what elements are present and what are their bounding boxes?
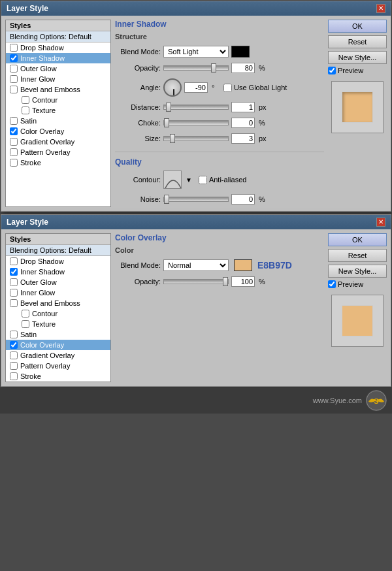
- cb-drop-shadow-1[interactable]: [10, 44, 18, 52]
- global-light-label-1[interactable]: Use Global Light: [223, 84, 287, 92]
- cb-inner-shadow-1[interactable]: [10, 54, 18, 62]
- blend-options-2[interactable]: Blending Options: Default: [6, 245, 110, 256]
- style-inner-glow-1[interactable]: Inner Glow: [6, 74, 110, 84]
- style-pattern-overlay-2[interactable]: Pattern Overlay: [6, 361, 110, 371]
- cb-drop-shadow-2[interactable]: [10, 257, 18, 265]
- style-inner-shadow-1[interactable]: Inner Shadow: [6, 53, 110, 63]
- choke-input-1[interactable]: [231, 118, 255, 128]
- style-contour-1[interactable]: Contour: [6, 95, 110, 105]
- close-button-2[interactable]: ✕: [376, 218, 385, 227]
- ok-button-2[interactable]: OK: [328, 233, 387, 246]
- cb-texture-1[interactable]: [22, 106, 29, 114]
- dialog-title-2: Layer Style: [7, 218, 48, 227]
- cb-pattern-overlay-1[interactable]: [10, 148, 18, 156]
- style-drop-shadow-1[interactable]: Drop Shadow: [6, 42, 110, 53]
- blend-mode-select-2[interactable]: Normal Multiply Screen: [163, 259, 229, 271]
- opacity-input-1[interactable]: [231, 63, 255, 73]
- contour-thumb-1[interactable]: [163, 171, 182, 189]
- reset-button-2[interactable]: Reset: [328, 249, 387, 262]
- style-outer-glow-2[interactable]: Outer Glow: [6, 277, 110, 287]
- cb-pattern-overlay-2[interactable]: [10, 362, 18, 370]
- ok-button-1[interactable]: OK: [328, 20, 387, 33]
- svg-text:S: S: [374, 397, 378, 405]
- cb-bevel-emboss-2[interactable]: [10, 299, 18, 307]
- style-inner-glow-2[interactable]: Inner Glow: [6, 287, 110, 298]
- contour-dropdown-arrow-1[interactable]: ▼: [186, 176, 192, 184]
- cb-inner-shadow-2[interactable]: [10, 268, 18, 276]
- style-bevel-emboss-1[interactable]: Bevel and Emboss: [6, 84, 110, 95]
- cb-inner-glow-2[interactable]: [10, 289, 18, 297]
- anti-alias-label-1[interactable]: Anti-aliased: [199, 176, 246, 184]
- preview-swatch-1: [342, 91, 373, 123]
- global-light-cb-1[interactable]: [223, 84, 232, 92]
- angle-unit-1: °: [212, 84, 221, 91]
- style-inner-shadow-2[interactable]: Inner Shadow: [6, 267, 110, 277]
- style-pattern-overlay-1[interactable]: Pattern Overlay: [6, 147, 110, 157]
- blend-color-swatch-1[interactable]: [231, 46, 250, 57]
- style-contour-2[interactable]: Contour: [6, 308, 110, 319]
- cb-stroke-2[interactable]: [10, 372, 18, 380]
- cb-texture-2[interactable]: [22, 320, 29, 328]
- cb-gradient-overlay-2[interactable]: [10, 351, 18, 359]
- cb-satin-1[interactable]: [10, 117, 18, 125]
- opacity-slider-1[interactable]: [163, 65, 229, 71]
- size-slider-1[interactable]: [163, 136, 229, 141]
- quality-title-1: Quality: [115, 157, 324, 167]
- styles-label-1: Styles: [6, 20, 110, 31]
- anti-alias-cb-1[interactable]: [199, 176, 207, 184]
- style-outer-glow-1[interactable]: Outer Glow: [6, 63, 110, 74]
- style-color-overlay-1[interactable]: Color Overlay: [6, 126, 110, 137]
- new-style-button-1[interactable]: New Style...: [328, 51, 387, 64]
- blend-mode-select-1[interactable]: Soft Light Normal Multiply: [163, 46, 229, 57]
- noise-input-1[interactable]: [231, 194, 255, 204]
- preview-checkbox-2[interactable]: [328, 280, 336, 288]
- watermark-bar: www.Syue.com S: [0, 387, 392, 414]
- cb-color-overlay-1[interactable]: [10, 127, 18, 135]
- cb-gradient-overlay-1[interactable]: [10, 138, 18, 146]
- cb-outer-glow-2[interactable]: [10, 278, 18, 286]
- style-satin-1[interactable]: Satin: [6, 116, 110, 126]
- section-subtitle-2: Color: [115, 246, 324, 254]
- choke-unit-1: %: [259, 119, 268, 127]
- style-texture-2[interactable]: Texture: [6, 319, 110, 329]
- cb-bevel-emboss-1[interactable]: [10, 86, 18, 93]
- cb-outer-glow-1[interactable]: [10, 65, 18, 73]
- section-title-2: Color Overlay: [115, 233, 324, 242]
- size-input-1[interactable]: [231, 133, 255, 144]
- preview-checkbox-1[interactable]: [328, 67, 336, 74]
- angle-input-1[interactable]: [184, 82, 208, 93]
- cb-contour-1[interactable]: [22, 96, 29, 104]
- style-stroke-2[interactable]: Stroke: [6, 371, 110, 382]
- blend-options-1[interactable]: Blending Options: Default: [6, 31, 110, 42]
- reset-button-1[interactable]: Reset: [328, 35, 387, 48]
- distance-slider-1[interactable]: [163, 105, 229, 110]
- cb-inner-glow-1[interactable]: [10, 75, 18, 83]
- cb-stroke-1[interactable]: [10, 159, 18, 167]
- cb-satin-2[interactable]: [10, 331, 18, 338]
- style-drop-shadow-2[interactable]: Drop Shadow: [6, 256, 110, 267]
- new-style-button-2[interactable]: New Style...: [328, 265, 387, 278]
- styles-label-2: Styles: [6, 234, 110, 245]
- style-gradient-overlay-2[interactable]: Gradient Overlay: [6, 350, 110, 361]
- size-unit-1: px: [259, 135, 268, 142]
- cb-contour-2[interactable]: [22, 310, 29, 318]
- distance-input-1[interactable]: [231, 102, 255, 112]
- styles-panel-1: Styles Blending Options: Default Drop Sh…: [5, 20, 111, 207]
- angle-dial-1[interactable]: [163, 78, 182, 97]
- choke-row-1: Choke: %: [115, 118, 324, 128]
- style-color-overlay-2[interactable]: Color Overlay: [6, 340, 110, 350]
- cb-color-overlay-2[interactable]: [10, 341, 18, 349]
- opacity-input-2[interactable]: [231, 276, 255, 287]
- preview-label-row-2: Preview: [328, 280, 387, 288]
- close-button-1[interactable]: ✕: [376, 4, 385, 13]
- style-bevel-emboss-2[interactable]: Bevel and Emboss: [6, 298, 110, 308]
- choke-label-1: Choke:: [115, 119, 161, 127]
- style-gradient-overlay-1[interactable]: Gradient Overlay: [6, 137, 110, 147]
- style-stroke-1[interactable]: Stroke: [6, 157, 110, 168]
- style-texture-1[interactable]: Texture: [6, 105, 110, 116]
- opacity-slider-2[interactable]: [163, 279, 229, 284]
- style-satin-2[interactable]: Satin: [6, 329, 110, 340]
- choke-slider-1[interactable]: [163, 120, 229, 125]
- color-overlay-swatch-2[interactable]: [234, 259, 252, 271]
- noise-slider-1[interactable]: [163, 197, 229, 202]
